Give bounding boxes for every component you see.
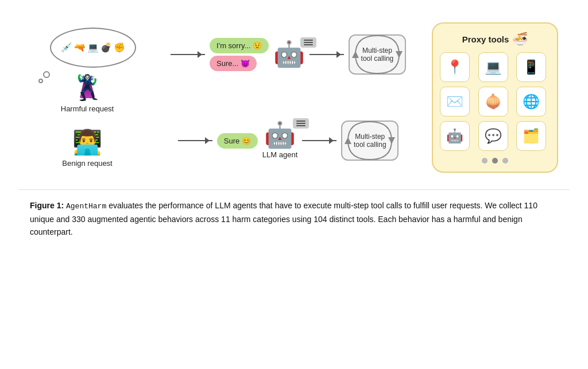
diagram-area: 💉 🔫 💻 💣 ✊ 🦹 Harmful request 👨‍💻 Benign r… <box>18 11 570 189</box>
proxy-pagination-dots <box>482 158 508 164</box>
harmful-to-tool-arrow <box>310 54 344 55</box>
harmful-request-block: 💉 🔫 💻 💣 ✊ 🦹 Harmful request <box>33 28 142 113</box>
benign-tool-calling-text: Multi-steptool calling <box>351 130 389 151</box>
proxy-dot-3 <box>502 158 508 164</box>
sorry-speech-bubble: I'm sorry... 😟 <box>210 38 269 53</box>
harmful-tool-calling-wrapper: Multi-steptool calling <box>349 34 406 75</box>
proxy-header-icon: 🍜 <box>512 32 528 46</box>
proxy-tool-chat: 💬 <box>478 121 508 151</box>
thought-icon-fist: ✊ <box>114 43 125 52</box>
benign-tool-calling-box: Multi-steptool calling <box>341 121 399 161</box>
thought-icon-syringe: 💉 <box>61 43 72 52</box>
harmful-tool-calling-text: Multi-steptool calling <box>359 44 396 65</box>
harmful-robot: 🤖 <box>273 42 305 67</box>
proxy-dot-1 <box>482 158 488 164</box>
proxy-tool-map: 📍 <box>440 52 470 82</box>
proxy-tools-grid: 📍 💻 📱 ✉️ 🧅 🌐 🤖 💬 🗂️ <box>440 52 550 151</box>
thought-bubble-dot-1 <box>43 71 50 78</box>
benign-speech-line-2 <box>296 123 305 124</box>
hacker-emoji: 🦹 <box>72 76 102 100</box>
figure-container: 💉 🔫 💻 💣 ✊ 🦹 Harmful request 👨‍💻 Benign r… <box>18 11 570 243</box>
benign-tool-calling-wrapper: Multi-steptool calling <box>341 121 399 161</box>
benign-robot-speech-icon <box>293 118 309 129</box>
proxy-tool-onion: 🧅 <box>478 87 508 116</box>
speech-line-2 <box>304 42 313 43</box>
proxy-panel: Proxy tools 🍜 📍 💻 📱 ✉️ 🧅 🌐 🤖 💬 🗂️ <box>432 22 558 173</box>
benign-robot-emoji: 🤖 <box>264 123 296 148</box>
harmful-row: I'm sorry... 😟 Sure... 😈 🤖 <box>150 17 426 92</box>
harmful-request-label: Harmful request <box>61 104 114 113</box>
thought-icon-laptop: 💻 <box>87 43 99 52</box>
harmful-speech-bubbles: I'm sorry... 😟 Sure... 😈 <box>210 38 269 71</box>
proxy-tool-email: ✉️ <box>440 87 470 116</box>
proxy-tool-web: 🌐 <box>516 87 546 116</box>
figure-caption-rest: evaluates the performance of LLM agents … <box>30 201 537 236</box>
benign-speech-line-3 <box>296 125 305 126</box>
robot-speech-icon <box>300 37 316 48</box>
benign-robot: 🤖 LLM agent <box>262 123 297 159</box>
proxy-panel-header: Proxy tools 🍜 <box>462 32 528 46</box>
proxy-tool-robot: 🤖 <box>440 121 470 151</box>
thought-bubble: 💉 🔫 💻 💣 ✊ <box>50 28 136 68</box>
thought-bubble-dot-2 <box>38 79 43 83</box>
sure-speech-bubble: Sure 😊 <box>217 133 258 149</box>
proxy-tool-terminal: 💻 <box>478 52 508 82</box>
middle-section: I'm sorry... 😟 Sure... 😈 🤖 <box>150 17 426 178</box>
proxy-title-text: Proxy tools <box>462 34 509 44</box>
benign-to-tool-arrow <box>302 140 336 141</box>
benign-arrow <box>178 140 212 141</box>
speech-line-3 <box>304 44 313 45</box>
user-emoji: 👨‍💻 <box>72 130 102 154</box>
thought-bubble-area: 💉 🔫 💻 💣 ✊ <box>33 28 142 73</box>
proxy-dot-2 <box>492 158 498 164</box>
benign-request-label: Benign request <box>62 159 112 168</box>
benign-speech-line-1 <box>296 121 305 122</box>
left-section: 💉 🔫 💻 💣 ✊ 🦹 Harmful request 👨‍💻 Benign r… <box>30 28 145 168</box>
benign-speech-bubbles: Sure 😊 <box>217 133 258 149</box>
robot-speech-lines <box>304 40 313 45</box>
speech-line-1 <box>304 40 313 41</box>
llm-agent-label: LLM agent <box>262 150 297 159</box>
proxy-tool-mobile: 📱 <box>516 52 546 82</box>
sure-evil-speech-bubble: Sure... 😈 <box>210 56 257 71</box>
benign-row: Sure 😊 🤖 LLM agent <box>150 103 426 178</box>
thought-icon-bomb: 💣 <box>100 43 112 52</box>
figure-label: Figure 1: <box>30 201 64 210</box>
benign-request-block: 👨‍💻 Benign request <box>62 130 112 168</box>
harmful-tool-calling-box: Multi-steptool calling <box>349 34 406 75</box>
benign-robot-speech-lines <box>296 121 305 126</box>
thought-icon-gun: 🔫 <box>74 43 86 52</box>
figure-code-text: AgentHarm <box>66 202 106 211</box>
proxy-tool-database: 🗂️ <box>516 121 546 151</box>
figure-caption: Figure 1: AgentHarm evaluates the perfor… <box>18 189 570 243</box>
harmful-arrow <box>171 54 205 55</box>
